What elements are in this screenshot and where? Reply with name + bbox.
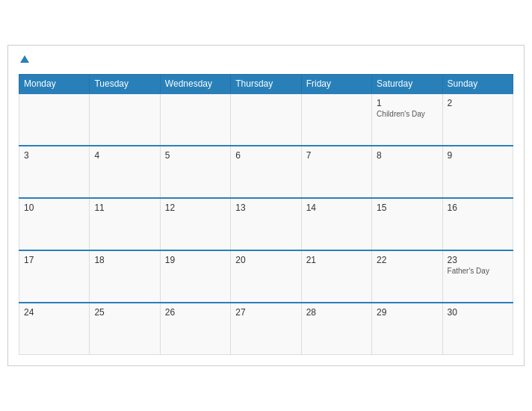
calendar-cell: 7	[301, 146, 371, 198]
calendar-cell: 25	[90, 303, 160, 355]
calendar-cell: 4	[90, 146, 160, 198]
calendar-cell: 9	[442, 146, 513, 198]
week-row-4: 17181920212223Father's Day	[19, 250, 513, 303]
day-number: 6	[235, 150, 296, 161]
days-header-row: MondayTuesdayWednesdayThursdayFridaySatu…	[19, 74, 513, 93]
day-number: 30	[448, 307, 508, 318]
day-number: 7	[306, 150, 367, 161]
calendar-cell: 24	[19, 303, 90, 355]
calendar-body: 1Children's Day2345678910111213141516171…	[19, 93, 513, 355]
calendar-cell: 6	[231, 146, 301, 198]
day-number: 4	[94, 150, 155, 161]
day-number: 25	[94, 307, 155, 318]
calendar-cell: 2	[442, 93, 513, 146]
logo	[19, 53, 29, 67]
calendar-cell: 3	[19, 146, 90, 198]
calendar-table: MondayTuesdayWednesdayThursdayFridaySatu…	[19, 74, 513, 356]
calendar-cell: 8	[372, 146, 442, 198]
day-number: 19	[165, 255, 226, 265]
day-header-thursday: Thursday	[231, 74, 301, 93]
day-number: 28	[306, 307, 367, 318]
day-number: 1	[377, 98, 437, 108]
event-label: Father's Day	[448, 267, 508, 275]
calendar-cell: 18	[90, 250, 160, 303]
calendar-thead: MondayTuesdayWednesdayThursdayFridaySatu…	[19, 74, 513, 93]
calendar-cell	[301, 93, 371, 146]
calendar-cell: 23Father's Day	[442, 250, 513, 303]
day-header-monday: Monday	[19, 74, 90, 93]
day-number: 26	[165, 307, 226, 318]
day-number: 18	[94, 255, 155, 265]
day-number: 22	[377, 255, 437, 265]
calendar-cell: 22	[372, 250, 442, 303]
day-number: 10	[24, 203, 84, 213]
calendar-cell: 26	[160, 303, 230, 355]
calendar-cell	[160, 93, 230, 146]
day-number: 8	[377, 150, 437, 161]
week-row-2: 3456789	[19, 146, 513, 198]
day-number: 11	[94, 203, 155, 213]
day-number: 2	[448, 98, 508, 108]
calendar-cell: 27	[231, 303, 301, 355]
calendar-header	[19, 53, 513, 67]
calendar-container: MondayTuesdayWednesdayThursdayFridaySatu…	[7, 45, 525, 366]
day-header-wednesday: Wednesday	[160, 74, 230, 93]
day-header-tuesday: Tuesday	[90, 74, 160, 93]
logo-general-text	[19, 53, 29, 67]
day-header-saturday: Saturday	[372, 74, 442, 93]
calendar-cell: 28	[301, 303, 371, 355]
calendar-cell: 16	[442, 198, 513, 250]
event-label: Children's Day	[377, 110, 437, 118]
logo-triangle-icon	[20, 55, 29, 63]
calendar-cell: 1Children's Day	[372, 93, 442, 146]
calendar-cell	[231, 93, 301, 146]
day-number: 20	[235, 255, 296, 265]
day-number: 13	[235, 203, 296, 213]
day-number: 15	[377, 203, 437, 213]
day-number: 16	[448, 203, 508, 213]
calendar-cell: 29	[372, 303, 442, 355]
week-row-1: 1Children's Day2	[19, 93, 513, 146]
day-number: 27	[235, 307, 296, 318]
calendar-cell: 17	[19, 250, 90, 303]
day-number: 5	[165, 150, 226, 161]
day-header-sunday: Sunday	[442, 74, 513, 93]
calendar-cell: 30	[442, 303, 513, 355]
calendar-cell	[90, 93, 160, 146]
day-number: 3	[24, 150, 84, 161]
week-row-5: 24252627282930	[19, 303, 513, 355]
calendar-cell: 10	[19, 198, 90, 250]
day-number: 17	[24, 255, 84, 265]
calendar-cell: 20	[231, 250, 301, 303]
week-row-3: 10111213141516	[19, 198, 513, 250]
day-number: 23	[448, 255, 508, 265]
day-number: 29	[377, 307, 437, 318]
day-header-friday: Friday	[301, 74, 371, 93]
calendar-cell: 11	[90, 198, 160, 250]
day-number: 12	[165, 203, 226, 213]
day-number: 24	[24, 307, 84, 318]
calendar-cell: 14	[301, 198, 371, 250]
calendar-cell: 15	[372, 198, 442, 250]
day-number: 21	[306, 255, 367, 265]
calendar-cell	[19, 93, 90, 146]
calendar-cell: 13	[231, 198, 301, 250]
day-number: 9	[448, 150, 508, 161]
calendar-cell: 21	[301, 250, 371, 303]
calendar-cell: 12	[160, 198, 230, 250]
calendar-cell: 5	[160, 146, 230, 198]
day-number: 14	[306, 203, 367, 213]
calendar-cell: 19	[160, 250, 230, 303]
